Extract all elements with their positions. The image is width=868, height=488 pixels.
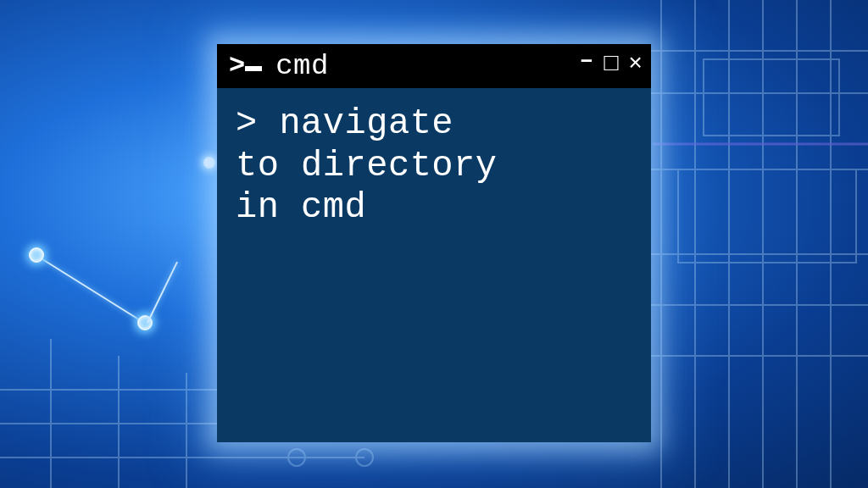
decorative-line [35,254,143,323]
window-controls: – □ × [580,54,643,78]
terminal-window: > cmd – □ × > navigate to directory in c… [217,44,651,442]
svg-point-2 [288,449,305,466]
maximize-button[interactable]: □ [604,53,618,76]
minimize-button[interactable]: – [580,49,594,73]
terminal-prompt-icon: > [229,53,262,80]
terminal-body[interactable]: > navigate to directory in cmd [217,88,651,442]
close-button[interactable]: × [628,53,643,76]
terminal-line: to directory [236,146,632,188]
window-title: cmd [275,50,329,82]
terminal-line: in cmd [236,187,632,230]
decorative-node [203,157,215,169]
decorative-node [29,247,44,263]
decorative-line [147,262,178,324]
svg-rect-1 [678,169,856,263]
terminal-line: > navigate [236,103,632,146]
svg-rect-0 [704,59,839,136]
svg-point-3 [356,449,373,466]
titlebar[interactable]: > cmd – □ × [217,44,651,88]
